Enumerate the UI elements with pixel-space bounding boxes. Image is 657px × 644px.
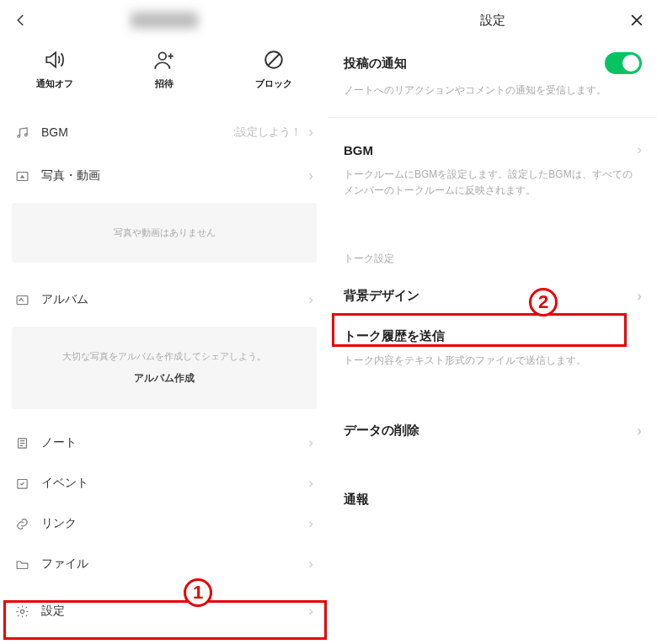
block-icon (263, 49, 285, 71)
close-icon[interactable] (628, 12, 645, 29)
photos-row[interactable]: 写真・動画 › (0, 152, 328, 200)
album-empty-text: 大切な写真をアルバムを作成してシェアしよう。 (62, 351, 266, 361)
note-icon (15, 436, 29, 450)
block-action[interactable]: ブロック (219, 49, 328, 90)
chevron-right-icon: › (308, 291, 313, 308)
chevron-right-icon: › (308, 556, 313, 572)
chevron-right-icon: › (308, 603, 313, 620)
bgm-label: BGM (41, 125, 233, 139)
invite-label: 招待 (155, 77, 174, 90)
post-notif-desc: ノートへのリアクションやコメントの通知を受信します。 (344, 82, 642, 98)
right-bgm-desc: トークルームにBGMを設定します。設定したBGMは、すべてのメンバーのトークルー… (344, 167, 642, 199)
folder-icon (15, 557, 29, 572)
bgm-section[interactable]: BGM › トークルームにBGMを設定します。設定したBGMは、すべてのメンバー… (328, 118, 657, 217)
photos-label: 写真・動画 (41, 168, 308, 184)
gear-icon (15, 604, 29, 619)
delete-data-label: データの削除 (344, 423, 637, 439)
talk-settings-group: トーク設定 (328, 218, 657, 274)
svg-point-0 (159, 52, 167, 60)
chevron-right-icon: › (308, 475, 313, 492)
chat-menu-pane: 通知オフ 招待 ブロック BGM :設定しよう！ › 写真・動画 › (0, 0, 328, 644)
action-bar: 通知オフ 招待 ブロック (0, 40, 328, 112)
report-label: 通報 (344, 492, 642, 508)
chevron-right-icon: › (637, 288, 642, 305)
background-design-row[interactable]: 背景デザイン › (328, 274, 657, 318)
music-icon (15, 125, 29, 140)
invite-action[interactable]: 招待 (110, 49, 219, 90)
album-icon (15, 293, 29, 307)
post-notif-title: 投稿の通知 (344, 56, 605, 72)
send-history-desc: トーク内容をテキスト形式のファイルで送信します。 (344, 353, 642, 369)
settings-pane: 設定 投稿の通知 ノートへのリアクションやコメントの通知を受信します。 BGM … (328, 0, 657, 644)
mute-label: 通知オフ (36, 77, 73, 90)
block-label: ブロック (255, 77, 292, 90)
mute-action[interactable]: 通知オフ (0, 49, 110, 90)
svg-point-5 (18, 135, 20, 137)
bg-design-label: 背景デザイン (344, 288, 637, 304)
report-row[interactable]: 通報 (328, 478, 657, 521)
chevron-right-icon: › (637, 423, 642, 439)
chat-title-blurred (131, 12, 198, 29)
photos-empty-card: 写真や動画はありません (12, 203, 317, 263)
album-create-button[interactable]: アルバム作成 (25, 371, 303, 386)
link-label: リンク (41, 516, 308, 531)
album-empty-card: 大切な写真をアルバムを作成してシェアしよう。 アルバム作成 (12, 327, 317, 409)
speaker-icon (44, 49, 66, 71)
add-user-icon (153, 49, 175, 71)
chevron-right-icon: › (308, 434, 313, 451)
delete-data-row[interactable]: データの削除 › (328, 409, 657, 453)
note-row[interactable]: ノート › (0, 423, 328, 463)
photo-icon (15, 169, 29, 184)
calendar-icon (15, 476, 29, 491)
bgm-row[interactable]: BGM :設定しよう！ › (0, 112, 328, 152)
chevron-right-icon: › (308, 168, 313, 184)
settings-title: 設定 (340, 13, 645, 29)
note-label: ノート (41, 435, 308, 450)
right-bgm-title: BGM (344, 143, 637, 157)
album-row[interactable]: アルバム › (0, 276, 328, 323)
settings-row[interactable]: 設定 › (0, 591, 328, 631)
send-history-row[interactable]: トーク履歴を送信 トーク内容をテキスト形式のファイルで送信します。 (328, 318, 657, 384)
chevron-right-icon: › (308, 124, 313, 141)
album-label: アルバム (41, 292, 308, 307)
chevron-right-icon: › (308, 515, 313, 532)
post-notification-section: 投稿の通知 ノートへのリアクションやコメントの通知を受信します。 (328, 40, 657, 118)
event-row[interactable]: イベント › (0, 463, 328, 503)
settings-label: 設定 (41, 604, 308, 619)
send-history-title: トーク履歴を送信 (344, 328, 642, 344)
file-row[interactable]: ファイル › (0, 544, 328, 584)
link-icon (15, 517, 29, 531)
file-label: ファイル (41, 556, 308, 572)
event-label: イベント (41, 476, 308, 491)
svg-marker-8 (20, 174, 25, 178)
svg-line-4 (269, 55, 280, 66)
photos-empty-text: 写真や動画はありません (114, 227, 216, 237)
svg-point-15 (20, 609, 24, 613)
link-row[interactable]: リンク › (0, 503, 328, 544)
bgm-hint: :設定しよう！ (233, 125, 302, 140)
back-icon[interactable] (13, 13, 29, 28)
svg-point-6 (24, 133, 27, 136)
post-notif-toggle[interactable] (605, 52, 642, 74)
chevron-right-icon: › (637, 141, 642, 158)
